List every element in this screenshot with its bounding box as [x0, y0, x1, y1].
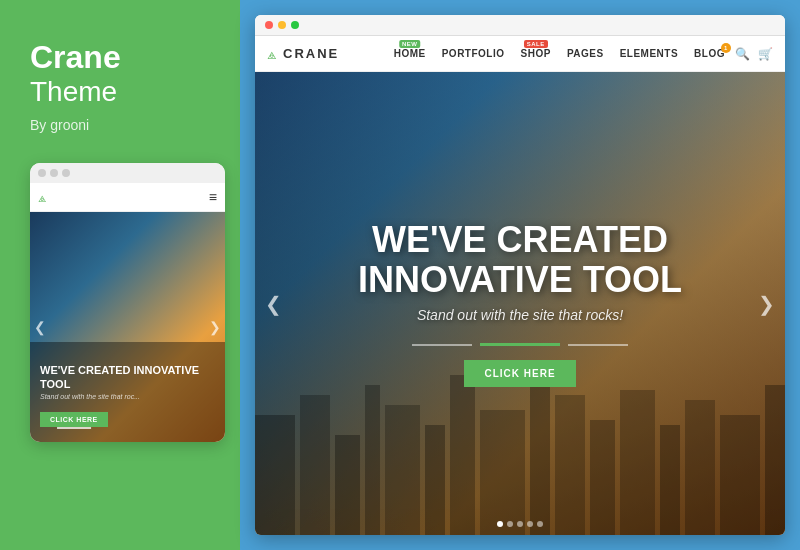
- right-panel: ⟁ CRANE NEW HOME PORTFOLIO SALE SHOP PAG…: [240, 0, 800, 550]
- desktop-dot-red: [265, 21, 273, 29]
- hero-decoration: [358, 343, 682, 346]
- hero-line-left: [412, 344, 472, 346]
- mobile-arrow-left[interactable]: ❮: [34, 319, 46, 335]
- desktop-preview: ⟁ CRANE NEW HOME PORTFOLIO SALE SHOP PAG…: [255, 15, 785, 535]
- mobile-dot-3: [62, 169, 70, 177]
- mobile-hero-sub: Stand out with the site that roc...: [40, 393, 215, 400]
- left-panel: Crane Theme By grooni ⟁ ≡ ❮ ❯ WE'VE CREA…: [0, 0, 240, 550]
- mobile-hero-headline: WE'VE CREATED INNOVATIVE TOOL: [40, 364, 215, 390]
- mobile-cta-button[interactable]: CLICK HERE: [40, 412, 108, 427]
- hamburger-icon[interactable]: ≡: [209, 189, 217, 205]
- svg-rect-9: [555, 395, 585, 535]
- blog-notification-badge: 1: [721, 43, 731, 53]
- theme-title-light: Theme: [30, 75, 210, 109]
- svg-rect-15: [765, 385, 785, 535]
- mobile-browser-bar: [30, 163, 225, 183]
- hero-headline: WE'VE CREATED INNOVATIVE TOOL: [358, 220, 682, 299]
- svg-rect-14: [720, 415, 760, 535]
- nav-pages[interactable]: PAGES: [567, 48, 604, 59]
- nav-pages-label: PAGES: [567, 48, 604, 59]
- svg-rect-12: [660, 425, 680, 535]
- svg-rect-7: [480, 410, 525, 535]
- nav-shop[interactable]: SALE SHOP: [521, 48, 551, 59]
- hero-subheadline: Stand out with the site that rocks!: [358, 307, 682, 323]
- hero-arrow-right[interactable]: ❯: [758, 292, 775, 316]
- mobile-dot-2: [50, 169, 58, 177]
- search-icon[interactable]: 🔍: [735, 47, 750, 61]
- desktop-logo-text: CRANE: [283, 46, 339, 61]
- badge-new: NEW: [399, 40, 421, 48]
- slider-dot-5[interactable]: [537, 521, 543, 527]
- svg-rect-10: [590, 420, 615, 535]
- mobile-preview: ⟁ ≡ ❮ ❯ WE'VE CREATED INNOVATIVE TOOL St…: [30, 163, 225, 442]
- desktop-nav: ⟁ CRANE NEW HOME PORTFOLIO SALE SHOP PAG…: [255, 36, 785, 72]
- nav-shop-label: SHOP: [521, 48, 551, 59]
- slider-dots: [497, 521, 543, 527]
- hero-headline-line2: INNOVATIVE TOOL: [358, 259, 682, 300]
- nav-portfolio-label: PORTFOLIO: [442, 48, 505, 59]
- svg-rect-11: [620, 390, 655, 535]
- desktop-menu: NEW HOME PORTFOLIO SALE SHOP PAGES ELEME…: [394, 48, 725, 59]
- slider-dot-2[interactable]: [507, 521, 513, 527]
- cart-icon[interactable]: 🛒: [758, 47, 773, 61]
- nav-home-label: HOME: [394, 48, 426, 59]
- mobile-hero-text: WE'VE CREATED INNOVATIVE TOOL Stand out …: [40, 364, 215, 426]
- theme-title-bold: Crane: [30, 40, 210, 75]
- svg-rect-4: [385, 405, 420, 535]
- desktop-hero: WE'VE CREATED INNOVATIVE TOOL Stand out …: [255, 72, 785, 535]
- mobile-hero: ❮ ❯ WE'VE CREATED INNOVATIVE TOOL Stand …: [30, 212, 225, 442]
- hero-line-right: [568, 344, 628, 346]
- svg-rect-1: [300, 395, 330, 535]
- desktop-logo-area: ⟁ CRANE: [267, 45, 339, 63]
- mobile-dot-1: [38, 169, 46, 177]
- mobile-nav-arrows: ❮ ❯: [30, 319, 225, 335]
- svg-rect-3: [365, 385, 380, 535]
- desktop-logo-icon: ⟁: [267, 45, 277, 63]
- svg-rect-13: [685, 400, 715, 535]
- desktop-dot-yellow: [278, 21, 286, 29]
- nav-home[interactable]: NEW HOME: [394, 48, 426, 59]
- theme-author: By grooni: [30, 117, 210, 133]
- svg-rect-0: [255, 415, 295, 535]
- nav-blog[interactable]: BLOG 1: [694, 48, 725, 59]
- nav-elements-label: ELEMENTS: [620, 48, 678, 59]
- hero-cta-button[interactable]: CLICK HERE: [464, 360, 575, 387]
- hero-content: WE'VE CREATED INNOVATIVE TOOL Stand out …: [338, 200, 702, 407]
- nav-elements[interactable]: ELEMENTS: [620, 48, 678, 59]
- desktop-browser-bar: [255, 15, 785, 36]
- mobile-nav: ⟁ ≡: [30, 183, 225, 212]
- menu-icons: 🔍 🛒: [735, 47, 773, 61]
- slider-dot-3[interactable]: [517, 521, 523, 527]
- svg-rect-5: [425, 425, 445, 535]
- slider-dot-1[interactable]: [497, 521, 503, 527]
- mobile-arrow-right[interactable]: ❯: [209, 319, 221, 335]
- desktop-dot-green: [291, 21, 299, 29]
- theme-title-area: Crane Theme By grooni: [30, 40, 210, 163]
- nav-portfolio[interactable]: PORTFOLIO: [442, 48, 505, 59]
- badge-sale: SALE: [524, 40, 548, 48]
- hero-arrow-left[interactable]: ❮: [265, 292, 282, 316]
- svg-rect-2: [335, 435, 360, 535]
- hero-headline-line1: WE'VE CREATED: [372, 219, 668, 260]
- hero-line-center: [480, 343, 560, 346]
- slider-dot-4[interactable]: [527, 521, 533, 527]
- mobile-logo-icon: ⟁: [38, 189, 46, 205]
